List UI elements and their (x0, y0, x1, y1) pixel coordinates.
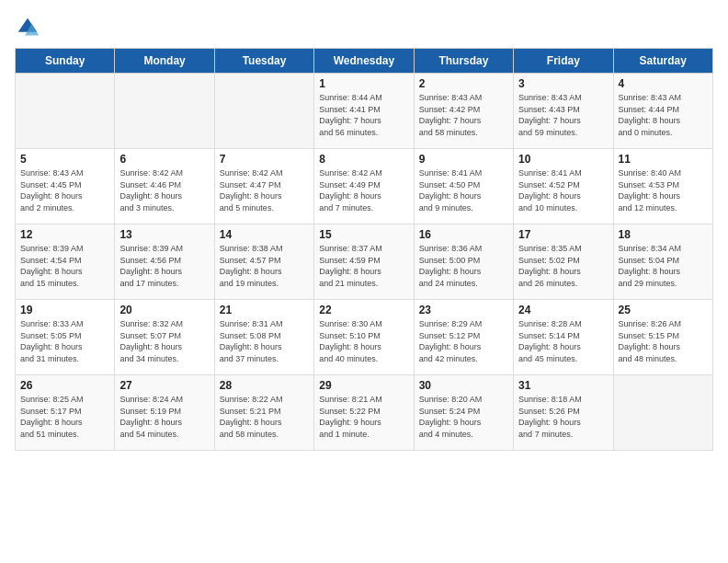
calendar-cell: 4Sunrise: 8:43 AM Sunset: 4:44 PM Daylig… (613, 74, 712, 149)
day-number: 15 (319, 228, 408, 241)
calendar-cell: 30Sunrise: 8:20 AM Sunset: 5:24 PM Dayli… (414, 375, 513, 451)
day-info: Sunrise: 8:41 AM Sunset: 4:50 PM Dayligh… (419, 167, 508, 213)
day-number: 3 (518, 77, 608, 90)
day-info: Sunrise: 8:39 AM Sunset: 4:54 PM Dayligh… (20, 243, 109, 289)
calendar-table: SundayMondayTuesdayWednesdayThursdayFrid… (15, 48, 713, 451)
calendar-cell: 7Sunrise: 8:42 AM Sunset: 4:47 PM Daylig… (214, 149, 313, 224)
calendar-cell: 19Sunrise: 8:33 AM Sunset: 5:05 PM Dayli… (16, 300, 115, 375)
week-row-4: 19Sunrise: 8:33 AM Sunset: 5:05 PM Dayli… (16, 300, 713, 375)
calendar-cell: 16Sunrise: 8:36 AM Sunset: 5:00 PM Dayli… (414, 224, 513, 300)
day-info: Sunrise: 8:42 AM Sunset: 4:49 PM Dayligh… (319, 167, 408, 213)
calendar-cell: 17Sunrise: 8:35 AM Sunset: 5:02 PM Dayli… (514, 224, 613, 300)
day-number: 7 (220, 153, 309, 166)
day-number: 25 (619, 304, 708, 316)
calendar-cell: 18Sunrise: 8:34 AM Sunset: 5:04 PM Dayli… (613, 224, 712, 300)
day-info: Sunrise: 8:42 AM Sunset: 4:46 PM Dayligh… (119, 167, 209, 213)
page-header (15, 15, 713, 40)
day-number: 29 (319, 379, 408, 392)
day-number: 30 (419, 379, 508, 392)
day-number: 4 (619, 77, 708, 90)
calendar-cell: 13Sunrise: 8:39 AM Sunset: 4:56 PM Dayli… (115, 224, 214, 300)
calendar-cell (613, 375, 712, 451)
calendar-cell: 14Sunrise: 8:38 AM Sunset: 4:57 PM Dayli… (214, 224, 313, 300)
calendar-cell: 23Sunrise: 8:29 AM Sunset: 5:12 PM Dayli… (414, 300, 513, 375)
day-number: 20 (119, 304, 209, 316)
calendar-cell: 9Sunrise: 8:41 AM Sunset: 4:50 PM Daylig… (414, 149, 513, 224)
day-number: 17 (518, 228, 608, 241)
week-row-3: 12Sunrise: 8:39 AM Sunset: 4:54 PM Dayli… (16, 224, 713, 300)
calendar-cell: 6Sunrise: 8:42 AM Sunset: 4:46 PM Daylig… (115, 149, 214, 224)
day-info: Sunrise: 8:34 AM Sunset: 5:04 PM Dayligh… (619, 243, 708, 289)
calendar-cell: 21Sunrise: 8:31 AM Sunset: 5:08 PM Dayli… (214, 300, 313, 375)
day-number: 31 (518, 379, 608, 392)
day-number: 1 (319, 77, 408, 90)
day-info: Sunrise: 8:43 AM Sunset: 4:45 PM Dayligh… (20, 167, 109, 213)
calendar-cell: 10Sunrise: 8:41 AM Sunset: 4:52 PM Dayli… (514, 149, 613, 224)
day-info: Sunrise: 8:32 AM Sunset: 5:07 PM Dayligh… (119, 318, 209, 364)
calendar-cell: 20Sunrise: 8:32 AM Sunset: 5:07 PM Dayli… (115, 300, 214, 375)
day-info: Sunrise: 8:20 AM Sunset: 5:24 PM Dayligh… (419, 394, 508, 440)
day-number: 14 (220, 228, 309, 241)
day-info: Sunrise: 8:43 AM Sunset: 4:44 PM Dayligh… (619, 92, 708, 138)
week-row-5: 26Sunrise: 8:25 AM Sunset: 5:17 PM Dayli… (16, 375, 713, 451)
logo-icon (15, 15, 40, 40)
day-info: Sunrise: 8:36 AM Sunset: 5:00 PM Dayligh… (419, 243, 508, 289)
col-header-sunday: Sunday (16, 49, 115, 74)
day-number: 10 (518, 153, 608, 166)
day-number: 28 (220, 379, 309, 392)
day-info: Sunrise: 8:28 AM Sunset: 5:14 PM Dayligh… (518, 318, 608, 364)
day-number: 6 (119, 153, 209, 166)
calendar-cell: 25Sunrise: 8:26 AM Sunset: 5:15 PM Dayli… (613, 300, 712, 375)
week-row-2: 5Sunrise: 8:43 AM Sunset: 4:45 PM Daylig… (16, 149, 713, 224)
calendar-cell (16, 74, 115, 149)
day-number: 21 (220, 304, 309, 316)
calendar-cell: 26Sunrise: 8:25 AM Sunset: 5:17 PM Dayli… (16, 375, 115, 451)
day-info: Sunrise: 8:18 AM Sunset: 5:26 PM Dayligh… (518, 394, 608, 440)
calendar-cell: 5Sunrise: 8:43 AM Sunset: 4:45 PM Daylig… (16, 149, 115, 224)
calendar-cell (214, 74, 313, 149)
calendar-cell (115, 74, 214, 149)
calendar-cell: 12Sunrise: 8:39 AM Sunset: 4:54 PM Dayli… (16, 224, 115, 300)
day-number: 2 (419, 77, 508, 90)
calendar-cell: 22Sunrise: 8:30 AM Sunset: 5:10 PM Dayli… (314, 300, 414, 375)
day-number: 19 (20, 304, 109, 316)
day-info: Sunrise: 8:43 AM Sunset: 4:42 PM Dayligh… (419, 92, 508, 138)
calendar-cell: 8Sunrise: 8:42 AM Sunset: 4:49 PM Daylig… (314, 149, 414, 224)
day-info: Sunrise: 8:26 AM Sunset: 5:15 PM Dayligh… (619, 318, 708, 364)
calendar-cell: 27Sunrise: 8:24 AM Sunset: 5:19 PM Dayli… (115, 375, 214, 451)
col-header-friday: Friday (514, 49, 613, 74)
calendar-cell: 11Sunrise: 8:40 AM Sunset: 4:53 PM Dayli… (613, 149, 712, 224)
day-info: Sunrise: 8:40 AM Sunset: 4:53 PM Dayligh… (619, 167, 708, 213)
col-header-saturday: Saturday (613, 49, 712, 74)
day-info: Sunrise: 8:22 AM Sunset: 5:21 PM Dayligh… (220, 394, 309, 440)
day-info: Sunrise: 8:38 AM Sunset: 4:57 PM Dayligh… (220, 243, 309, 289)
col-header-wednesday: Wednesday (314, 49, 414, 74)
day-number: 24 (518, 304, 608, 316)
calendar-cell: 31Sunrise: 8:18 AM Sunset: 5:26 PM Dayli… (514, 375, 613, 451)
day-number: 27 (119, 379, 209, 392)
calendar-cell: 1Sunrise: 8:44 AM Sunset: 4:41 PM Daylig… (314, 74, 414, 149)
day-number: 11 (619, 153, 708, 166)
calendar-cell: 3Sunrise: 8:43 AM Sunset: 4:43 PM Daylig… (514, 74, 613, 149)
day-number: 26 (20, 379, 109, 392)
day-info: Sunrise: 8:41 AM Sunset: 4:52 PM Dayligh… (518, 167, 608, 213)
day-number: 5 (20, 153, 109, 166)
logo (15, 15, 44, 40)
col-header-monday: Monday (115, 49, 214, 74)
day-number: 12 (20, 228, 109, 241)
day-number: 16 (419, 228, 508, 241)
day-number: 22 (319, 304, 408, 316)
week-row-1: 1Sunrise: 8:44 AM Sunset: 4:41 PM Daylig… (16, 74, 713, 149)
day-info: Sunrise: 8:35 AM Sunset: 5:02 PM Dayligh… (518, 243, 608, 289)
day-number: 9 (419, 153, 508, 166)
calendar-cell: 29Sunrise: 8:21 AM Sunset: 5:22 PM Dayli… (314, 375, 414, 451)
col-header-tuesday: Tuesday (214, 49, 313, 74)
day-number: 13 (119, 228, 209, 241)
calendar-cell: 24Sunrise: 8:28 AM Sunset: 5:14 PM Dayli… (514, 300, 613, 375)
col-header-thursday: Thursday (414, 49, 513, 74)
day-info: Sunrise: 8:43 AM Sunset: 4:43 PM Dayligh… (518, 92, 608, 138)
day-info: Sunrise: 8:24 AM Sunset: 5:19 PM Dayligh… (119, 394, 209, 440)
day-number: 23 (419, 304, 508, 316)
day-info: Sunrise: 8:29 AM Sunset: 5:12 PM Dayligh… (419, 318, 508, 364)
day-info: Sunrise: 8:42 AM Sunset: 4:47 PM Dayligh… (220, 167, 309, 213)
